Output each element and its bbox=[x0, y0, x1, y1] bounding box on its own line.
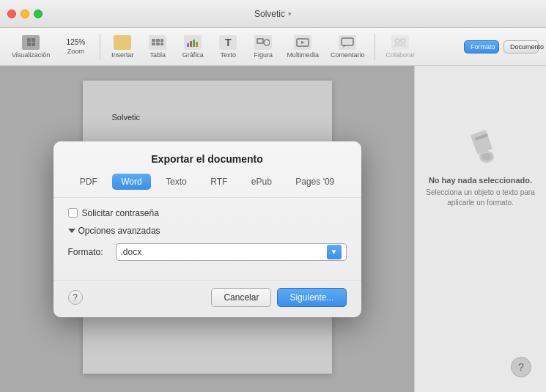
format-row: Formato: .docx ▼ bbox=[68, 243, 347, 261]
traffic-lights bbox=[7, 10, 43, 18]
toolbar: Visualización 125% Zoom Insertar Tabla G… bbox=[0, 28, 546, 66]
format-label: Formato: bbox=[68, 247, 108, 257]
toolbar-sep-1 bbox=[100, 34, 100, 60]
toolbar-group-texto[interactable]: T Texto bbox=[212, 34, 244, 60]
dialog-tabs: PDF Word Texto RTF ePub Pages '09 bbox=[54, 174, 361, 198]
toolbar-label-texto: Texto bbox=[221, 51, 237, 59]
toolbar-sep-2 bbox=[375, 34, 375, 60]
toolbar-label-comentario: Comentario bbox=[331, 51, 365, 59]
format-select[interactable]: .docx ▼ bbox=[116, 243, 347, 261]
right-panel-info: No hay nada seleccionado. Selecciona un … bbox=[422, 176, 539, 208]
help-button[interactable]: ? bbox=[68, 290, 83, 305]
zoom-value: 125% bbox=[67, 38, 86, 46]
toolbar-group-figura[interactable]: Figura bbox=[247, 34, 279, 60]
export-dialog: Exportar el documento PDF Word Texto RTF… bbox=[54, 141, 361, 317]
svg-rect-8 bbox=[342, 38, 353, 45]
svg-rect-0 bbox=[187, 43, 189, 47]
toolbar-label-insertar: Insertar bbox=[111, 51, 134, 59]
svg-point-10 bbox=[395, 39, 399, 43]
tab-word[interactable]: Word bbox=[112, 174, 150, 190]
toolbar-label-grafica: Gráfica bbox=[182, 51, 204, 59]
dialog-footer: ? Cancelar Siguiente... bbox=[54, 280, 361, 317]
toolbar-group-multimedia[interactable]: Multimedia bbox=[282, 34, 323, 60]
next-button[interactable]: Siguiente... bbox=[277, 288, 346, 307]
window-title: Solvetic ▾ bbox=[254, 9, 292, 19]
tab-pdf[interactable]: PDF bbox=[71, 174, 106, 190]
close-button[interactable] bbox=[7, 10, 16, 18]
advanced-toggle[interactable]: Opciones avanzadas bbox=[68, 226, 347, 236]
dialog-body: Solicitar contraseña Opciones avanzadas … bbox=[54, 198, 361, 280]
title-chevron: ▾ bbox=[288, 10, 292, 18]
cancel-button[interactable]: Cancelar bbox=[211, 288, 271, 307]
toolbar-group-comentario[interactable]: Comentario bbox=[326, 34, 369, 60]
format-select-value: .docx bbox=[121, 247, 142, 257]
no-selection-sub: Selecciona un objeto o texto para aplica… bbox=[422, 188, 539, 208]
toolbar-label-visualizacion: Visualización bbox=[12, 51, 50, 59]
documento-button[interactable]: Documento bbox=[503, 40, 539, 53]
grafica-icon bbox=[184, 35, 202, 50]
svg-rect-2 bbox=[193, 40, 195, 47]
svg-rect-1 bbox=[190, 41, 192, 47]
advanced-label: Opciones avanzadas bbox=[78, 226, 161, 236]
toolbar-group-grafica[interactable]: Gráfica bbox=[177, 34, 209, 60]
dialog-title: Exportar el documento bbox=[54, 141, 361, 174]
texto-icon: T bbox=[219, 35, 237, 50]
multimedia-icon bbox=[294, 35, 311, 50]
tabla-icon bbox=[149, 35, 166, 50]
colaborar-icon bbox=[391, 35, 409, 50]
toolbar-group-tabla[interactable]: Tabla bbox=[141, 34, 174, 60]
tab-rtf[interactable]: RTF bbox=[202, 174, 236, 190]
formato-button[interactable]: Formato bbox=[464, 40, 499, 53]
svg-point-15 bbox=[482, 153, 492, 160]
toolbar-group-colaborar[interactable]: Colaborar bbox=[381, 34, 419, 60]
svg-rect-12 bbox=[470, 130, 492, 155]
toolbar-group-visualizacion[interactable]: Visualización bbox=[7, 34, 54, 60]
tab-epub[interactable]: ePub bbox=[243, 174, 281, 190]
doc-area: Solvetic Exportar el documento PDF Word … bbox=[0, 66, 414, 392]
toolbar-group-zoom[interactable]: 125% Zoom bbox=[57, 37, 94, 56]
title-bar: Solvetic ▾ bbox=[0, 0, 546, 28]
minimize-button[interactable] bbox=[21, 10, 29, 18]
toolbar-label-zoom: Zoom bbox=[67, 48, 84, 55]
right-panel: No hay nada seleccionado. Selecciona un … bbox=[414, 66, 546, 392]
toolbar-label-colaborar: Colaborar bbox=[385, 51, 415, 59]
toolbar-right: Formato Documento bbox=[464, 40, 539, 53]
main-content: Solvetic Exportar el documento PDF Word … bbox=[0, 66, 546, 392]
format-select-arrow-icon: ▼ bbox=[327, 245, 342, 259]
no-selection-title: No hay nada seleccionado. bbox=[422, 176, 539, 185]
dialog-overlay: Exportar el documento PDF Word Texto RTF… bbox=[0, 66, 414, 392]
svg-point-11 bbox=[401, 39, 405, 43]
comentario-icon bbox=[339, 35, 356, 50]
svg-marker-7 bbox=[301, 41, 305, 44]
grid-icon bbox=[22, 35, 40, 50]
svg-rect-3 bbox=[196, 42, 198, 47]
password-label: Solicitar contraseña bbox=[82, 208, 159, 218]
paint-bucket-icon bbox=[459, 125, 503, 169]
svg-point-5 bbox=[264, 40, 270, 45]
password-checkbox-row: Solicitar contraseña bbox=[68, 208, 347, 218]
maximize-button[interactable] bbox=[34, 10, 43, 18]
svg-rect-4 bbox=[257, 39, 263, 43]
tab-texto[interactable]: Texto bbox=[157, 174, 196, 190]
toolbar-group-insertar[interactable]: Insertar bbox=[106, 34, 139, 60]
question-icon[interactable]: ? bbox=[511, 357, 531, 377]
tab-pages09[interactable]: Pages '09 bbox=[287, 174, 343, 190]
insertar-icon bbox=[114, 35, 131, 50]
footer-buttons: Cancelar Siguiente... bbox=[211, 288, 346, 307]
figura-icon bbox=[254, 35, 272, 50]
triangle-icon bbox=[68, 229, 75, 233]
toolbar-label-tabla: Tabla bbox=[150, 51, 166, 59]
password-checkbox[interactable] bbox=[68, 208, 78, 218]
toolbar-label-figura: Figura bbox=[254, 51, 273, 59]
advanced-section: Opciones avanzadas Formato: .docx ▼ bbox=[68, 226, 347, 261]
toolbar-label-multimedia: Multimedia bbox=[287, 51, 319, 59]
